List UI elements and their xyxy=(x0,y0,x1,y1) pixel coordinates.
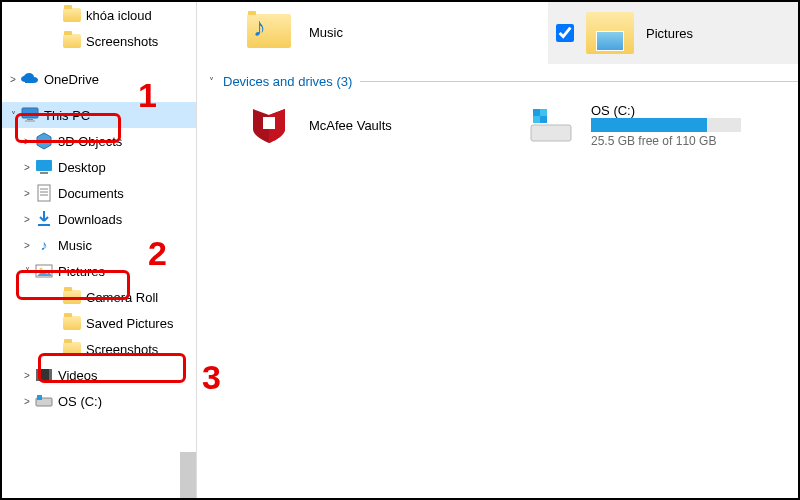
tree-label: khóa icloud xyxy=(86,8,196,23)
tree-label: Pictures xyxy=(58,264,196,279)
mcafee-icon xyxy=(245,101,293,149)
chevron-right-icon[interactable]: > xyxy=(20,160,34,174)
tree-item-documents[interactable]: > Documents xyxy=(2,180,196,206)
tree-label: Camera Roll xyxy=(86,290,196,305)
tree-item-downloads[interactable]: > Downloads xyxy=(2,206,196,232)
desktop-icon xyxy=(34,157,54,177)
tree-label: Screenshots xyxy=(86,34,196,49)
music-icon xyxy=(34,235,54,255)
folder-icon xyxy=(62,31,82,51)
item-mcafee-vaults[interactable]: McAfee Vaults xyxy=(197,95,517,155)
documents-icon xyxy=(34,183,54,203)
tree-item-camera-roll[interactable]: Camera Roll xyxy=(2,284,196,310)
tree-item-saved-pictures[interactable]: Saved Pictures xyxy=(2,310,196,336)
folder-icon xyxy=(62,313,82,333)
chevron-right-icon[interactable]: > xyxy=(20,134,34,148)
folder-icon xyxy=(62,339,82,359)
chevron-down-icon[interactable]: ˅ xyxy=(6,108,20,122)
tree-label: This PC xyxy=(44,108,196,123)
tree-label: Screenshots xyxy=(86,342,196,357)
svg-rect-15 xyxy=(36,369,39,381)
chevron-down-icon[interactable]: ˅ xyxy=(20,264,34,278)
chevron-right-icon[interactable]: > xyxy=(20,238,34,252)
tree-item-screenshots-top[interactable]: Screenshots xyxy=(2,28,196,54)
svg-rect-4 xyxy=(36,160,52,171)
section-divider xyxy=(360,81,798,82)
videos-icon xyxy=(34,365,54,385)
pictures-icon xyxy=(34,261,54,281)
tree-label: OneDrive xyxy=(44,72,196,87)
drive-icon xyxy=(527,101,575,149)
tree-item-desktop[interactable]: > Desktop xyxy=(2,154,196,180)
preview-label: Pictures xyxy=(646,26,693,41)
chevron-right-icon[interactable]: > xyxy=(20,394,34,408)
drive-usage-bar xyxy=(591,118,741,132)
chevron-none-icon xyxy=(48,316,62,330)
item-drive-os-c[interactable]: OS (C:) 25.5 GB free of 110 GB xyxy=(517,95,741,155)
tree-label: Saved Pictures xyxy=(86,316,196,331)
tile-label: McAfee Vaults xyxy=(309,118,392,133)
folder-icon xyxy=(62,287,82,307)
svg-rect-18 xyxy=(37,395,42,400)
section-devices-and-drives[interactable]: ˅ Devices and drives (3) xyxy=(197,62,798,95)
tree-item-videos[interactable]: > Videos xyxy=(2,362,196,388)
tree-item-this-pc[interactable]: ˅ This PC xyxy=(2,102,196,128)
preview-checkbox[interactable] xyxy=(556,24,574,42)
tree-item-os-c[interactable]: > OS (C:) xyxy=(2,388,196,414)
chevron-right-icon[interactable]: > xyxy=(20,212,34,226)
tree-label: Videos xyxy=(58,368,196,383)
tree-label: Music xyxy=(58,238,196,253)
pc-icon xyxy=(20,105,40,125)
svg-rect-5 xyxy=(40,172,48,174)
chevron-down-icon[interactable]: ˅ xyxy=(209,76,223,87)
tree-label: 3D Objects xyxy=(58,134,196,149)
svg-marker-3 xyxy=(37,133,51,149)
chevron-right-icon[interactable]: > xyxy=(20,368,34,382)
tree-item-3d-objects[interactable]: > 3D Objects xyxy=(2,128,196,154)
chevron-right-icon[interactable]: > xyxy=(20,186,34,200)
3d-objects-icon xyxy=(34,131,54,151)
tree-label: Documents xyxy=(58,186,196,201)
chevron-right-icon[interactable]: > xyxy=(6,72,20,86)
svg-rect-23 xyxy=(533,109,540,116)
tree-item-onedrive[interactable]: > OneDrive xyxy=(2,66,196,92)
svg-rect-0 xyxy=(22,108,38,118)
tree-label: Desktop xyxy=(58,160,196,175)
svg-point-12 xyxy=(40,268,43,271)
section-label: Devices and drives (3) xyxy=(223,74,352,89)
tile-label: Music xyxy=(309,25,343,40)
tree-label: OS (C:) xyxy=(58,394,196,409)
content-pane: Pictures Music ˅ Devices and drives (3) xyxy=(197,2,798,498)
tree-item-pictures[interactable]: ˅ Pictures xyxy=(2,258,196,284)
svg-rect-6 xyxy=(38,185,50,201)
svg-rect-21 xyxy=(531,125,571,141)
svg-rect-24 xyxy=(540,109,547,116)
onedrive-icon xyxy=(20,69,40,89)
svg-rect-2 xyxy=(25,120,35,122)
svg-rect-25 xyxy=(533,116,540,123)
svg-rect-16 xyxy=(49,369,52,381)
chevron-none-icon xyxy=(48,342,62,356)
svg-rect-1 xyxy=(27,119,33,120)
chevron-none-icon xyxy=(48,8,62,22)
downloads-icon xyxy=(34,209,54,229)
music-folder-icon xyxy=(245,8,293,56)
preview-pane-header: Pictures xyxy=(548,2,798,64)
scrollbar-thumb[interactable] xyxy=(180,452,196,498)
tree-label: Downloads xyxy=(58,212,196,227)
folder-icon xyxy=(62,5,82,25)
drive-icon xyxy=(34,391,54,411)
drive-free-space: 25.5 GB free of 110 GB xyxy=(591,134,741,148)
tree-item-screenshots[interactable]: Screenshots xyxy=(2,336,196,362)
svg-rect-10 xyxy=(38,224,50,226)
pictures-folder-thumb-icon xyxy=(586,12,634,54)
drive-name: OS (C:) xyxy=(591,103,741,118)
tree-item-khoa-icloud[interactable]: khóa icloud xyxy=(2,2,196,28)
tree-item-music[interactable]: > Music xyxy=(2,232,196,258)
chevron-none-icon xyxy=(48,34,62,48)
chevron-none-icon xyxy=(48,290,62,304)
svg-rect-26 xyxy=(540,116,547,123)
navigation-tree: khóa icloud Screenshots > OneDrive ˅ Thi… xyxy=(2,2,197,498)
